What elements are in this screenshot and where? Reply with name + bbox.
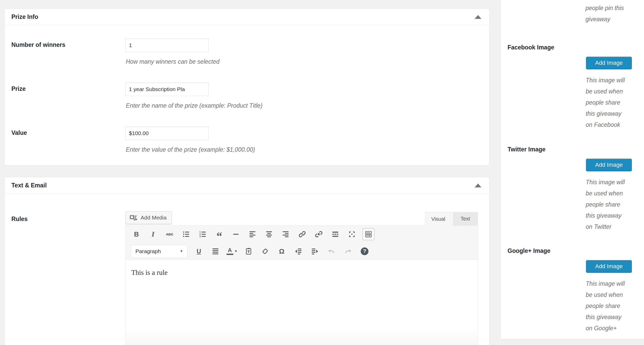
bold-button[interactable]: B [131, 228, 142, 240]
media-icon [129, 214, 138, 222]
field-input[interactable] [125, 83, 209, 96]
strikethrough-icon: ABC [166, 233, 173, 236]
undo-button[interactable] [325, 245, 337, 257]
paste-as-text-button[interactable] [243, 245, 255, 257]
add-image-button[interactable]: Add Image [586, 57, 632, 69]
field-helper-text: How many winners can be selected [126, 58, 220, 65]
underline-button[interactable]: U [193, 245, 205, 257]
paragraph-format-select[interactable]: Paragraph ▼ [131, 245, 187, 258]
justify-button[interactable] [209, 245, 221, 257]
prize-info-title: Prize Info [11, 13, 38, 20]
social-image-label: Facebook Image [508, 43, 554, 51]
link-button[interactable] [296, 228, 308, 240]
unlink-icon [315, 230, 323, 238]
text-email-metabox: Text & Email Rules Add Media Visual Text [4, 177, 489, 345]
svg-text:3: 3 [199, 235, 201, 238]
tab-visual[interactable]: Visual [425, 212, 452, 226]
editor-body-text: This is a rule [131, 269, 168, 277]
horizontal-rule-icon [232, 230, 240, 238]
fullscreen-icon [348, 230, 356, 238]
toolbar-row-2: Paragraph ▼ UA▼Ω? [128, 243, 475, 260]
toolbar-toggle-button[interactable] [363, 228, 374, 240]
social-image-label: Twitter Image [508, 145, 546, 153]
field-label: Value [11, 129, 27, 136]
form-field-row: Number of winners How many winners can b… [5, 39, 489, 80]
bullet-list-button[interactable] [180, 228, 192, 240]
strikethrough-button[interactable]: ABC [164, 228, 176, 240]
field-helper-text: Enter the name of the prize (example: Pr… [126, 102, 263, 109]
numbered-list-button[interactable]: 123 [197, 228, 209, 240]
outdent-icon [294, 247, 302, 255]
clear-formatting-button[interactable] [259, 245, 271, 257]
italic-button[interactable]: I [147, 228, 159, 240]
editor-content-area[interactable]: This is a rule [125, 260, 478, 345]
blockquote-button[interactable]: “ [213, 228, 225, 240]
fullscreen-button[interactable] [346, 228, 358, 240]
social-image-helper-text: This image will be used when people shar… [586, 278, 625, 334]
align-center-button[interactable] [263, 228, 275, 240]
outdent-button[interactable] [292, 245, 304, 257]
unlink-button[interactable] [313, 228, 325, 240]
align-right-icon [282, 230, 290, 238]
special-character-button[interactable]: Ω [276, 245, 288, 257]
field-input[interactable] [125, 39, 209, 52]
chevron-down-icon: ▼ [180, 249, 183, 253]
paste-as-text-icon [245, 247, 252, 255]
special-character-icon: Ω [279, 248, 285, 255]
underline-icon: U [197, 248, 201, 254]
blockquote-icon: “ [216, 230, 222, 239]
prize-info-collapse-button[interactable] [471, 9, 486, 25]
add-media-label: Add Media [141, 215, 167, 221]
form-field-row: Prize Enter the name of the prize (examp… [5, 83, 489, 124]
help-button[interactable]: ? [359, 245, 371, 257]
read-more-button[interactable] [329, 228, 341, 240]
prize-info-metabox: Prize Info Number of winners How many wi… [4, 9, 489, 166]
social-image-label: Google+ Image [508, 247, 551, 255]
toolbar-row-1: BIABC123“ [128, 226, 475, 243]
link-icon [298, 230, 306, 238]
text-email-title: Text & Email [11, 182, 47, 189]
editor-media-row: Add Media Visual Text [125, 211, 478, 225]
tab-text[interactable]: Text [453, 212, 478, 225]
read-more-icon [331, 230, 339, 238]
text-color-button[interactable]: A▼ [226, 245, 238, 257]
align-right-button[interactable] [280, 228, 292, 240]
toolbar-toggle-icon [365, 230, 372, 238]
rules-label: Rules [11, 216, 28, 223]
social-image-helper-text: This image will be used when people shar… [586, 75, 625, 130]
justify-icon [212, 247, 219, 255]
align-left-icon [249, 230, 256, 238]
field-input[interactable] [125, 127, 209, 140]
collapse-up-triangle-icon [475, 15, 481, 19]
collapse-up-triangle-icon [475, 183, 481, 187]
social-image-helper-text: This image will be used when people shar… [586, 177, 625, 232]
align-center-icon [265, 230, 273, 238]
add-media-button[interactable]: Add Media [125, 211, 172, 224]
rules-wysiwyg-editor: Add Media Visual Text BIABC123“ Paragrap… [125, 211, 478, 345]
paragraph-select-value: Paragraph [135, 248, 161, 254]
pinterest-image-helper-text: This image will be used when people pin … [585, 0, 625, 25]
undo-icon [328, 247, 335, 255]
align-left-button[interactable] [247, 228, 258, 240]
bullet-list-icon [182, 230, 190, 238]
redo-icon [344, 247, 352, 255]
italic-icon: I [152, 231, 155, 238]
help-icon: ? [361, 247, 368, 255]
indent-button[interactable] [309, 245, 321, 257]
field-label: Number of winners [11, 41, 65, 48]
numbered-list-icon: 123 [199, 230, 207, 238]
text-color-icon: A▼ [227, 247, 238, 255]
add-image-button[interactable]: Add Image [586, 159, 632, 171]
add-image-button[interactable]: Add Image [586, 260, 632, 273]
redo-button[interactable] [342, 245, 354, 257]
bold-icon: B [134, 231, 139, 238]
clear-formatting-icon [261, 247, 269, 255]
editor-toolbar: BIABC123“ Paragraph ▼ UA▼Ω? [125, 225, 478, 260]
horizontal-rule-button[interactable] [230, 228, 242, 240]
indent-icon [311, 247, 319, 255]
field-helper-text: Enter the value of the prize (example: $… [126, 146, 255, 153]
field-label: Prize [11, 85, 26, 92]
text-email-header: Text & Email [5, 177, 489, 194]
form-field-row: Value Enter the value of the prize (exam… [5, 127, 489, 168]
text-email-collapse-button[interactable] [471, 177, 486, 194]
